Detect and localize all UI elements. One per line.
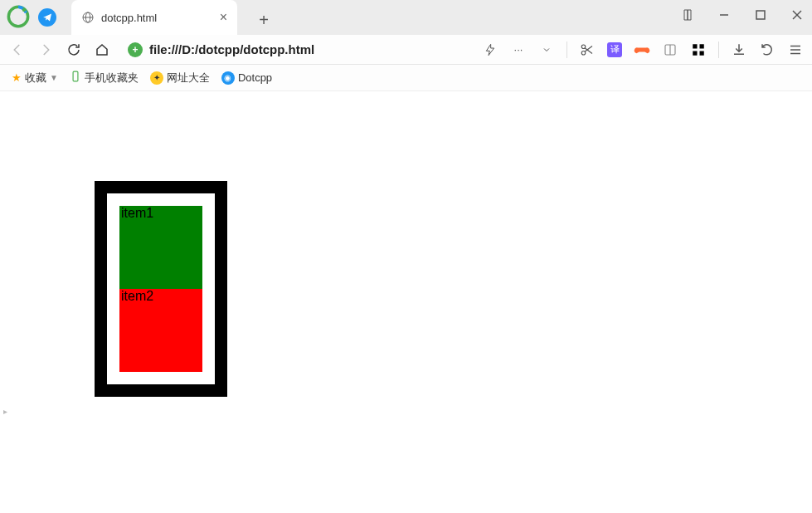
- book-icon[interactable]: [662, 42, 678, 58]
- wardrobe-icon[interactable]: [678, 5, 698, 25]
- window-controls: [678, 5, 807, 25]
- svg-rect-15: [693, 44, 697, 48]
- bookmark-label: 收藏: [25, 71, 46, 86]
- forward-button[interactable]: [36, 41, 55, 59]
- toolbar-right: ··· 译: [482, 42, 804, 58]
- flash-icon[interactable]: [482, 42, 498, 58]
- new-tab-button[interactable]: +: [252, 8, 275, 32]
- dotcpp-icon: ◉: [221, 71, 235, 85]
- undo-icon[interactable]: [759, 42, 776, 58]
- chevron-down-icon: ▼: [50, 73, 58, 82]
- home-button[interactable]: [93, 41, 111, 59]
- svg-point-1: [22, 7, 27, 12]
- favorites-bookmark[interactable]: ★ 收藏 ▼: [8, 69, 61, 87]
- tab-close-button[interactable]: ×: [220, 10, 227, 25]
- title-bar: dotcpp.html × +: [0, 0, 812, 35]
- flex-item-1: item1: [119, 206, 202, 289]
- close-button[interactable]: [787, 5, 807, 25]
- reload-button[interactable]: [65, 41, 83, 59]
- maximize-button[interactable]: [751, 5, 771, 25]
- toolbar: + file:///D:/dotcpp/dotcpp.html ··· 译: [0, 35, 812, 65]
- flex-item-2: item2: [119, 289, 202, 372]
- page-content: item1 item2 ▸: [0, 91, 812, 513]
- svg-rect-22: [73, 71, 78, 81]
- secure-plus-icon: +: [128, 42, 143, 57]
- svg-rect-6: [756, 11, 765, 19]
- flex-container: item1 item2: [95, 181, 227, 397]
- globe-icon: [81, 11, 95, 24]
- scissors-icon[interactable]: [579, 42, 596, 58]
- menu-icon[interactable]: [787, 42, 804, 58]
- messenger-icon[interactable]: [38, 8, 56, 27]
- bookmark-label: Dotcpp: [238, 71, 272, 84]
- separator: [566, 42, 567, 58]
- browser-logo-icon[interactable]: [7, 5, 30, 31]
- more-button[interactable]: ···: [510, 42, 527, 58]
- address-bar[interactable]: + file:///D:/dotcpp/dotcpp.html: [121, 41, 472, 59]
- translate-icon[interactable]: 译: [607, 42, 622, 57]
- svg-rect-16: [700, 44, 704, 48]
- star-icon: ★: [12, 71, 22, 84]
- back-button[interactable]: [8, 41, 27, 59]
- tab-title: dotcpp.html: [101, 12, 213, 24]
- globe-yellow-icon: ✦: [150, 71, 163, 85]
- mobile-icon: [70, 71, 81, 85]
- svg-rect-17: [693, 51, 697, 55]
- apps-grid-icon[interactable]: [690, 42, 707, 58]
- scroll-indicator-icon: ▸: [3, 407, 7, 416]
- minimize-button[interactable]: [714, 5, 734, 25]
- dotcpp-bookmark[interactable]: ◉ Dotcpp: [218, 70, 275, 86]
- chevron-down-icon[interactable]: [538, 42, 555, 58]
- browser-tab[interactable]: dotcpp.html ×: [71, 0, 237, 35]
- title-bar-left: dotcpp.html × +: [0, 0, 275, 35]
- download-icon[interactable]: [731, 42, 747, 58]
- gamepad-icon[interactable]: [634, 42, 650, 58]
- svg-rect-18: [700, 51, 704, 55]
- bookmark-label: 手机收藏夹: [85, 71, 139, 86]
- sites-bookmark[interactable]: ✦ 网址大全: [147, 69, 213, 87]
- bookmarks-bar: ★ 收藏 ▼ 手机收藏夹 ✦ 网址大全 ◉ Dotcpp: [0, 65, 812, 91]
- mobile-favorites-bookmark[interactable]: 手机收藏夹: [66, 69, 142, 87]
- url-text: file:///D:/dotcpp/dotcpp.html: [149, 42, 314, 56]
- separator: [718, 42, 719, 58]
- bookmark-label: 网址大全: [167, 71, 210, 86]
